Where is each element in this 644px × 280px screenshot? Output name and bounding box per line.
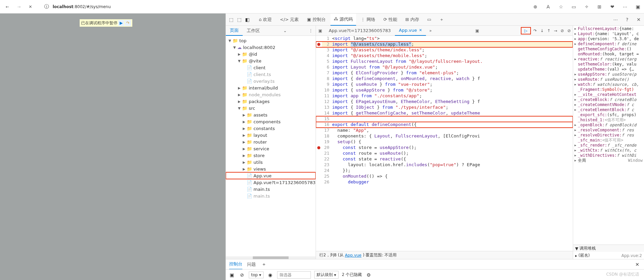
scope-variable[interactable]: _sfc_main: <值不可用> — [573, 138, 644, 143]
code-line[interactable]: 17 name: "App", — [316, 128, 573, 133]
code-line[interactable]: 11import app from "./constants/app"; — [316, 93, 573, 99]
back-button[interactable]: ← — [3, 2, 12, 11]
scope-variable[interactable]: ▶_createElementBlock: f c — [573, 107, 644, 112]
tab-welcome[interactable]: ⌂欢迎 — [256, 14, 275, 26]
scope-variable[interactable]: ▶defineComponent: f define — [573, 42, 644, 47]
scope-variable[interactable]: ▶_resolveComponent: f res — [573, 128, 644, 133]
callstack-frame[interactable]: ▸ (匿名) App.vue:2 — [573, 252, 644, 259]
resume-button[interactable]: ▷ — [521, 28, 530, 34]
inspect-icon[interactable]: ⬚ — [228, 16, 235, 23]
console-clear-icon[interactable]: ⊘ — [239, 272, 245, 278]
heart-icon[interactable]: ❤ — [609, 3, 616, 10]
scope-variable[interactable]: updateTheme: (val) => {… — [573, 67, 644, 72]
scope-variable[interactable]: _hoisted_1: <值不可用> — [573, 118, 644, 123]
tree-item[interactable]: ▶📁views — [226, 166, 316, 172]
scope-variable[interactable]: ▶watch: f watch(source, cb, — [573, 82, 644, 87]
breakpoint-icon[interactable] — [317, 43, 320, 46]
code-line[interactable]: 2import "@/assets/css/app.less"; — [316, 42, 573, 47]
scope-variable[interactable]: ▶_createBlock: f createBlo — [573, 97, 644, 102]
tree-item[interactable]: ▶📁node_modules — [226, 91, 316, 98]
tree-item[interactable]: ▶📁router — [226, 138, 316, 145]
scope-variable[interactable]: onMounted: (hook, target = — [573, 52, 644, 57]
device-icon[interactable]: ⬚ — [236, 16, 243, 23]
live-expr-icon[interactable]: ◉ — [267, 272, 274, 278]
tab-app-picker[interactable]: ▭ — [424, 14, 435, 26]
collect-icon[interactable]: ⊞ — [596, 3, 603, 10]
tree-item[interactable]: 📄main.ts — [226, 193, 316, 199]
tree-item[interactable]: ▶📁components — [226, 118, 316, 125]
code-line[interactable]: 1<script lang="ts"> — [316, 36, 573, 42]
code-line[interactable]: 5import FullscreenLayout from "@/layout/… — [316, 59, 573, 65]
more-tools-icon[interactable]: ⋯ — [612, 16, 619, 23]
navigator-tab-page[interactable]: 页面 — [226, 26, 243, 36]
scope-variable[interactable]: ▶reactive: f reactive(targ — [573, 57, 644, 62]
reader-icon[interactable]: ▭ — [570, 3, 577, 10]
stop-button[interactable]: ✕ — [26, 2, 35, 11]
tab-network[interactable]: ⋮网络 — [357, 14, 379, 26]
scope-global[interactable]: ▶全局Window — [573, 158, 644, 163]
scope-variable[interactable]: ▶_withDirectives: f withDi — [573, 153, 644, 158]
tree-item[interactable]: ▼☁localhost:8002 — [226, 44, 316, 51]
editor-nav-icon[interactable]: ▣ — [316, 28, 325, 33]
tree-item[interactable]: ▶📁layout — [226, 132, 316, 138]
address-bar[interactable]: ⓘ localhost:8002/#/sys/menu — [40, 2, 222, 12]
scope-variable[interactable]: ▶FullscreenLayout: {name: — [573, 26, 644, 31]
code-line[interactable]: 19 setup() { — [316, 139, 573, 145]
tree-item[interactable]: ▶📁internal/build — [226, 84, 316, 91]
scope-variable[interactable]: _Fragment: Symbol(v-fgt) — [573, 87, 644, 92]
deactivate-bp-button[interactable]: ⊘ — [561, 28, 564, 33]
scope-variable[interactable]: _export_sfc: (sfc, props) — [573, 112, 644, 118]
code-line[interactable]: 24 }); — [316, 168, 573, 174]
code-line[interactable]: 10import { useAppStore } from "@/store"; — [316, 87, 573, 93]
scope-variable[interactable]: ▶useRoute: f useRoute() — [573, 77, 644, 82]
code-line[interactable]: 6import Layout from "@/layout/index.vue"… — [316, 65, 573, 70]
code-line[interactable]: 21 const route = useRoute(); — [316, 151, 573, 156]
tree-item[interactable]: ▶📁constants — [226, 125, 316, 132]
scope-variable[interactable]: ▶Layout: {name: 'Layout', c — [573, 31, 644, 36]
zoom-icon[interactable]: ⊕ — [532, 3, 539, 10]
tree-item[interactable]: ▼📁src — [226, 105, 316, 111]
scope-variable[interactable]: getThemeConfigCache: () — [573, 47, 644, 52]
step-out-button[interactable]: ↑ — [547, 28, 551, 33]
file-tab-inactive[interactable]: App.vue?t=1713236005783 — [325, 26, 395, 36]
tree-item[interactable]: ▶📁utils — [226, 159, 316, 166]
breakpoint-icon[interactable] — [317, 146, 320, 149]
tree-item[interactable]: ▶📁@id — [226, 51, 316, 57]
code-line[interactable]: 13import { IObject } from "./types/inter… — [316, 105, 573, 110]
tab-elements[interactable]: </>元素 — [276, 14, 302, 26]
tree-item[interactable]: 📄overlay.ts — [226, 78, 316, 84]
tree-item[interactable]: ▶📁packages — [226, 98, 316, 105]
callstack-header[interactable]: ▼ 调用堆栈 — [573, 245, 644, 252]
tree-item[interactable]: ▼📁top — [226, 37, 316, 44]
code-line[interactable]: 22 const state = reactive({ — [316, 156, 573, 162]
code-line[interactable]: 26 debugger — [316, 179, 573, 185]
tree-item[interactable]: ▼📁@vite — [226, 57, 316, 64]
level-selector[interactable]: 默认级别 ▾ — [314, 271, 339, 279]
tree-item[interactable]: ▶📁store — [226, 152, 316, 159]
code-line[interactable]: 16export default defineComponent({ — [316, 122, 573, 128]
drawer-close-icon[interactable]: ✕ — [634, 261, 641, 268]
code-line[interactable]: 14import { getThemeConfigCache, setTheme… — [316, 110, 573, 116]
code-line[interactable]: 3import "@/assets/theme/index.less"; — [316, 47, 573, 53]
drawer-add-icon[interactable]: ＋ — [261, 261, 267, 268]
scope-variable[interactable]: ▶__vite__createHotContext — [573, 92, 644, 97]
tab-add[interactable]: ＋ — [436, 14, 447, 26]
code-line[interactable]: 8import { defineComponent, onMounted, re… — [316, 76, 573, 82]
code-line[interactable]: 7import { ElConfigProvider } from "eleme… — [316, 70, 573, 76]
console-settings-icon[interactable]: ⚙ — [365, 272, 372, 278]
fav-icon[interactable]: ✧ — [583, 3, 590, 10]
drawer-tab-console[interactable]: 控制台 — [229, 259, 242, 270]
step-into-button[interactable]: ↓ — [540, 28, 544, 33]
resume-button-inline[interactable]: ▶ — [118, 20, 124, 26]
tree-item[interactable]: 📄client — [226, 64, 316, 71]
code-line[interactable]: 4import "@/assets/theme/mobile.less"; — [316, 53, 573, 59]
navigator-tab-workspace[interactable]: 工作区 — [243, 26, 264, 36]
file-tab-active[interactable]: App.vue✕ — [395, 26, 426, 36]
step-over-button-inline[interactable]: ↷ — [125, 20, 131, 26]
file-tree[interactable]: ▼📁top▼☁localhost:8002▶📁@id▼📁@vite📄client… — [226, 36, 316, 256]
step-over-button[interactable]: ↷ — [534, 28, 537, 33]
tree-item[interactable]: 📄client.ts — [226, 71, 316, 78]
tab-console[interactable]: ▣控制台 — [303, 14, 329, 26]
read-icon[interactable]: A — [545, 3, 552, 10]
status-link[interactable]: App.vue — [345, 253, 361, 258]
